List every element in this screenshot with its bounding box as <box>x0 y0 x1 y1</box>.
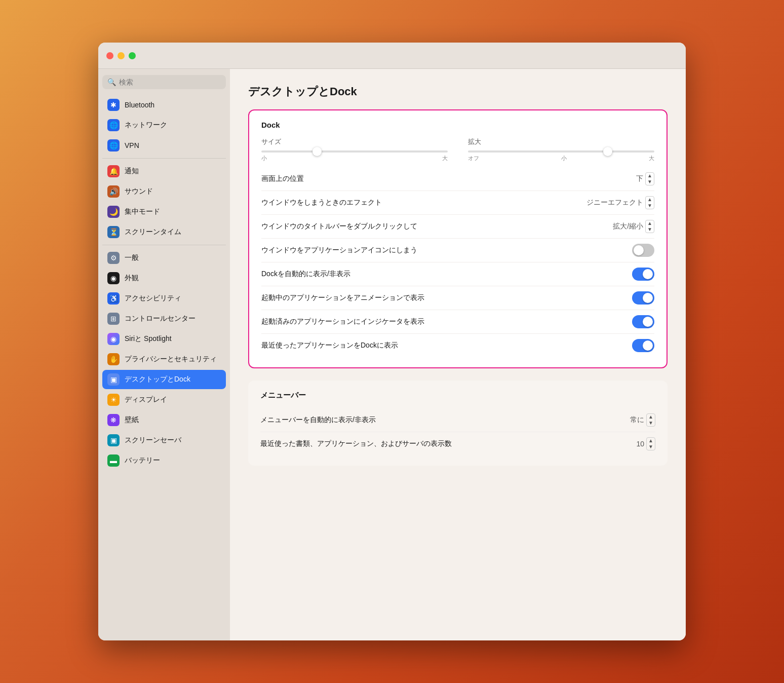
minimize-app-toggle[interactable] <box>632 244 654 257</box>
animate-launch-toggle[interactable] <box>632 291 654 305</box>
recent-count-current: 10 <box>637 440 645 448</box>
stepper-up[interactable]: ▲ <box>646 173 654 179</box>
bluetooth-icon: ✱ <box>107 99 120 111</box>
menubar-section-title: メニューバー <box>260 391 655 400</box>
position-label: 画面上の位置 <box>261 174 304 183</box>
appearance-icon: ◉ <box>107 272 120 284</box>
maximize-button[interactable] <box>129 52 136 59</box>
stepper-up[interactable]: ▲ <box>647 414 655 420</box>
row-minimize-app: ウインドウをアプリケーションアイコンにしまう <box>261 239 654 262</box>
menubar-autohide-stepper[interactable]: ▲ ▼ <box>646 413 655 427</box>
toggle-knob <box>643 317 653 327</box>
show-indicator-label: 起動済みのアプリケーションにインジケータを表示 <box>261 317 424 326</box>
divider-1 <box>102 158 226 159</box>
sidebar-item-screentime[interactable]: ⏳ スクリーンタイム <box>102 222 226 242</box>
recent-apps-toggle[interactable] <box>632 339 654 352</box>
search-box[interactable]: 🔍 <box>102 75 226 89</box>
sidebar-item-display[interactable]: ☀ ディスプレイ <box>102 390 226 409</box>
sidebar-item-screensaver[interactable]: ▣ スクリーンセーバ <box>102 431 226 450</box>
sidebar-item-focus[interactable]: 🌙 集中モード <box>102 202 226 221</box>
menubar-section: メニューバー メニューバーを自動的に表示/非表示 常に ▲ ▼ 最近使った書類、… <box>248 381 668 466</box>
position-stepper[interactable]: ▲ ▼ <box>645 172 654 185</box>
stepper-down[interactable]: ▼ <box>646 226 654 233</box>
sidebar-item-wallpaper[interactable]: ❋ 壁紙 <box>102 410 226 430</box>
focus-icon: 🌙 <box>107 206 120 218</box>
double-click-label: ウインドウのタイトルバーをダブルクリックして <box>261 222 417 231</box>
main-content: デスクトップとDock Dock サイズ 小 大 <box>230 69 686 640</box>
sidebar-item-general[interactable]: ⚙ 一般 <box>102 248 226 268</box>
double-click-stepper[interactable]: ▲ ▼ <box>645 220 654 233</box>
toggle-knob <box>643 340 653 351</box>
sidebar-item-controlcenter[interactable]: ⊞ コントロールセンター <box>102 309 226 328</box>
stepper-up[interactable]: ▲ <box>646 197 654 203</box>
sidebar-item-sound[interactable]: 🔊 サウンド <box>102 182 226 201</box>
position-current: 下 <box>636 174 643 183</box>
titlebar <box>98 43 686 69</box>
recent-count-value[interactable]: 10 ▲ ▼ <box>637 437 655 450</box>
show-indicator-toggle[interactable] <box>632 315 654 328</box>
divider-2 <box>102 245 226 245</box>
general-icon: ⚙ <box>107 252 120 264</box>
sidebar-item-network[interactable]: 🌐 ネットワーク <box>102 116 226 135</box>
row-position: 画面上の位置 下 ▲ ▼ <box>261 167 654 191</box>
sidebar-item-accessibility[interactable]: ♿ アクセシビリティ <box>102 289 226 308</box>
stepper-up[interactable]: ▲ <box>646 220 654 226</box>
size-slider-track[interactable] <box>261 150 448 153</box>
sidebar-label-sound: サウンド <box>125 187 153 196</box>
sidebar-label-wallpaper: 壁紙 <box>125 415 139 425</box>
sidebar-item-battery[interactable]: ▬ バッテリー <box>102 451 226 470</box>
double-click-value[interactable]: 拡大/縮小 ▲ ▼ <box>613 220 654 233</box>
menubar-autohide-value[interactable]: 常に ▲ ▼ <box>630 413 655 427</box>
sidebar-item-bluetooth[interactable]: ✱ Bluetooth <box>102 95 226 115</box>
slider-section: サイズ 小 大 拡大 <box>261 137 654 162</box>
stepper-down[interactable]: ▼ <box>646 203 654 209</box>
magnify-slider-thumb[interactable] <box>603 147 612 156</box>
menubar-autohide-label: メニューバーを自動的に表示/非表示 <box>260 415 376 425</box>
accessibility-icon: ♿ <box>107 292 120 305</box>
desktop-icon: ▣ <box>107 373 120 386</box>
content-area: 🔍 ✱ Bluetooth 🌐 ネットワーク 🌐 VPN 🔔 <box>98 69 686 640</box>
recent-count-stepper[interactable]: ▲ ▼ <box>646 437 655 450</box>
stepper-down[interactable]: ▼ <box>646 179 654 185</box>
minimize-effect-current: ジニーエフェクト <box>586 198 643 207</box>
stepper-up[interactable]: ▲ <box>647 438 655 444</box>
row-animate-launch: 起動中のアプリケーションをアニメーションで表示 <box>261 286 654 310</box>
page-title: デスクトップとDock <box>248 84 668 99</box>
minimize-effect-stepper[interactable]: ▲ ▼ <box>645 196 654 209</box>
stepper-down[interactable]: ▼ <box>647 444 655 450</box>
sidebar-item-siri[interactable]: ◉ Siriと Spotlight <box>102 329 226 349</box>
sidebar-item-vpn[interactable]: 🌐 VPN <box>102 136 226 155</box>
sidebar-item-notify[interactable]: 🔔 通知 <box>102 162 226 181</box>
system-preferences-window: 🔍 ✱ Bluetooth 🌐 ネットワーク 🌐 VPN 🔔 <box>98 43 686 640</box>
sidebar-label-appearance: 外観 <box>125 274 139 283</box>
magnify-off-label: オフ <box>468 155 479 162</box>
minimize-button[interactable] <box>117 52 125 59</box>
sidebar-label-notify: 通知 <box>125 167 139 176</box>
magnify-label: 拡大 <box>468 137 654 146</box>
size-slider-thumb[interactable] <box>312 147 322 156</box>
size-slider-group: サイズ 小 大 <box>261 137 448 162</box>
minimize-effect-value[interactable]: ジニーエフェクト ▲ ▼ <box>586 196 654 209</box>
row-autohide: Dockを自動的に表示/非表示 <box>261 262 654 286</box>
sidebar-label-controlcenter: コントロールセンター <box>125 314 195 323</box>
search-input[interactable] <box>119 78 221 86</box>
search-icon: 🔍 <box>107 78 116 86</box>
autohide-toggle[interactable] <box>632 268 654 281</box>
sidebar-item-appearance[interactable]: ◉ 外観 <box>102 269 226 288</box>
minimize-app-label: ウインドウをアプリケーションアイコンにしまう <box>261 246 417 255</box>
sidebar-label-general: 一般 <box>125 253 139 262</box>
network-icon: 🌐 <box>107 119 120 131</box>
close-button[interactable] <box>106 52 113 59</box>
sidebar-label-vpn: VPN <box>125 141 139 149</box>
magnify-large-label: 大 <box>649 155 654 162</box>
stepper-down[interactable]: ▼ <box>647 420 655 426</box>
toggle-knob <box>643 293 653 303</box>
sidebar-label-accessibility: アクセシビリティ <box>125 294 181 303</box>
magnify-slider-track[interactable] <box>468 150 654 153</box>
size-large-label: 大 <box>442 155 448 162</box>
size-small-label: 小 <box>261 155 267 162</box>
sidebar-item-privacy[interactable]: ✋ プライバシーとセキュリティ <box>102 350 226 369</box>
position-value[interactable]: 下 ▲ ▼ <box>636 172 654 185</box>
toggle-knob <box>634 245 644 255</box>
sidebar-item-desktop[interactable]: ▣ デスクトップとDock <box>102 370 226 389</box>
